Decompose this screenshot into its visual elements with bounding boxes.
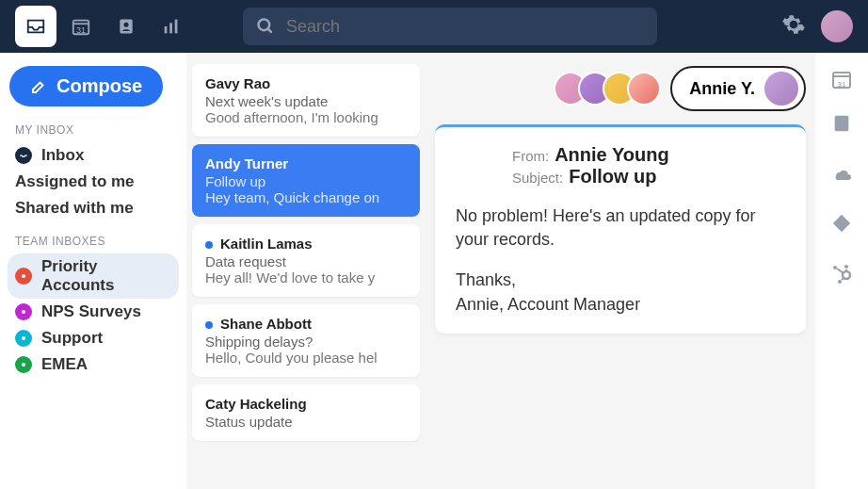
sidebar-item[interactable]: Inbox <box>8 142 179 169</box>
compose-icon <box>30 78 47 95</box>
rail-contacts-icon[interactable] <box>831 113 852 138</box>
svg-point-14 <box>844 265 848 269</box>
search-icon <box>256 17 275 36</box>
thread-card[interactable]: Caty HackelingStatus update <box>192 384 420 441</box>
viewer-pill[interactable]: Annie Y. <box>670 66 806 111</box>
svg-point-16 <box>838 280 842 284</box>
from-value: Annie Young <box>555 144 668 166</box>
section-team-inboxes: TEAM INBOXES <box>8 235 179 253</box>
subject-label: Subject: <box>512 170 563 186</box>
from-label: From: <box>512 148 549 164</box>
sidebar: Compose MY INBOX InboxAssigned to meShar… <box>0 53 186 489</box>
subject-value: Follow up <box>569 166 656 187</box>
rail-cloud-icon[interactable] <box>830 162 853 188</box>
sidebar-item[interactable]: NPS Surveys <box>8 299 179 325</box>
svg-point-7 <box>22 274 25 278</box>
sender-avatar <box>456 144 497 186</box>
thread-card[interactable]: Shane AbbottShipping delays?Hello, Could… <box>192 304 420 377</box>
compose-label: Compose <box>56 75 142 97</box>
message-body: No problem! Here's an updated copy for y… <box>456 204 785 317</box>
settings-icon[interactable] <box>781 12 806 41</box>
top-bar: 31 <box>0 0 868 53</box>
compose-button[interactable]: Compose <box>9 66 163 106</box>
nav-calendar-icon[interactable]: 31 <box>60 6 102 47</box>
sidebar-item[interactable]: Assigned to me <box>8 169 179 195</box>
thread-card[interactable]: Gavy RaoNext week's updateGood afternoon… <box>192 64 420 137</box>
section-my-inbox: MY INBOX <box>8 123 179 142</box>
user-avatar[interactable] <box>821 10 853 42</box>
svg-point-10 <box>22 363 25 367</box>
search-input[interactable] <box>286 17 644 37</box>
thread-card[interactable]: Andy TurnerFollow upHey team, Quick chan… <box>192 144 420 217</box>
sidebar-item[interactable]: EMEA <box>8 351 179 378</box>
sidebar-item[interactable]: Support <box>8 325 179 351</box>
svg-point-6 <box>259 20 270 31</box>
participant-avatars[interactable] <box>554 72 661 106</box>
nav-analytics-icon[interactable] <box>151 6 192 47</box>
svg-rect-4 <box>169 23 172 33</box>
svg-rect-12 <box>835 116 849 132</box>
sidebar-item[interactable]: Shared with me <box>8 195 179 221</box>
message-pane: Annie Y. From:Annie Young Subject:Follow… <box>426 53 815 489</box>
thread-list: Gavy RaoNext week's updateGood afternoon… <box>186 53 426 489</box>
rail-calendar-icon[interactable]: 31 <box>830 68 853 89</box>
svg-point-9 <box>22 336 25 340</box>
sidebar-item[interactable]: Priority Accounts <box>8 253 179 299</box>
right-rail: 31 <box>815 53 868 489</box>
viewer-name: Annie Y. <box>689 79 755 99</box>
svg-rect-5 <box>175 20 178 34</box>
thread-card[interactable]: Kaitlin LamasData requestHey all! We'd l… <box>192 224 420 297</box>
svg-point-2 <box>124 23 129 27</box>
svg-point-15 <box>833 266 837 269</box>
svg-rect-3 <box>165 26 168 33</box>
rail-diamond-icon[interactable] <box>831 213 852 237</box>
nav-contacts-icon[interactable] <box>105 6 147 47</box>
svg-point-8 <box>22 310 25 314</box>
search-bar[interactable] <box>243 8 657 45</box>
rail-hubspot-icon[interactable] <box>830 262 853 288</box>
nav-inbox-icon[interactable] <box>15 6 56 47</box>
message-card: From:Annie Young Subject:Follow up No pr… <box>435 124 806 334</box>
